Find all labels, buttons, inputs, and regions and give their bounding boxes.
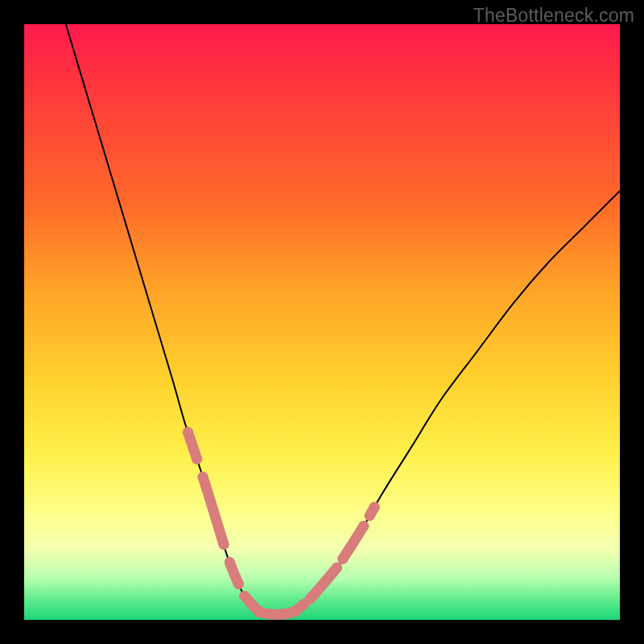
- highlight-segment: [343, 526, 364, 559]
- highlight-bead: [290, 606, 300, 617]
- highlight-segment: [310, 568, 336, 599]
- highlight-bead: [337, 554, 348, 564]
- highlight-beads: [183, 427, 380, 617]
- highlight-bead: [192, 454, 202, 464]
- highlight-bead: [358, 521, 369, 531]
- highlight-bead: [239, 591, 250, 601]
- highlight-bead: [332, 563, 342, 573]
- highlight-bead: [218, 539, 229, 550]
- highlight-bead: [254, 607, 265, 617]
- chart-frame: TheBottleneck.com: [0, 0, 644, 644]
- bottleneck-curve: [66, 24, 620, 618]
- plot-area: [24, 24, 620, 620]
- highlight-segment: [203, 477, 224, 544]
- highlight-bead: [233, 579, 244, 589]
- watermark-text: TheBottleneck.com: [473, 5, 634, 27]
- highlight-bead: [198, 472, 208, 482]
- highlight-bead: [369, 502, 380, 513]
- highlight-segment: [259, 612, 295, 615]
- highlight-bead: [305, 594, 316, 605]
- highlight-bead: [183, 427, 193, 437]
- curve-svg: [24, 24, 620, 620]
- highlight-bead: [225, 557, 235, 568]
